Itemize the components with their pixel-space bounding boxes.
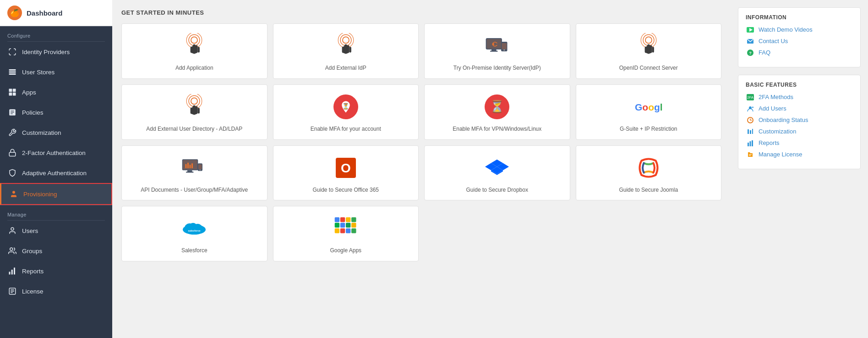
svg-rect-11 [9,152,16,156]
license-icon [7,286,17,296]
sidebar-item-user-stores[interactable]: User Stores [0,62,112,82]
sidebar-item-policies[interactable]: Policies [0,102,112,122]
card-label-api-documents: API Documents - User/Group/MFA/Adaptive [141,186,248,194]
card-label-guide-dropbox: Guide to Secure Dropbox [466,186,528,194]
svg-rect-111 [752,140,753,146]
svg-rect-55 [196,106,198,114]
svg-rect-57 [198,108,200,114]
add-users-icon [746,105,755,112]
link-onboarding-status[interactable]: Onboarding Status [746,116,853,123]
2fa-icon [7,148,17,158]
link-customization[interactable]: Customization [746,128,853,135]
svg-rect-27 [191,46,193,53]
sidebar-item-users[interactable]: Users [0,221,112,241]
link-manage-license[interactable]: Manage License [746,151,853,158]
card-add-external-idp[interactable]: Add External IdP [273,23,419,79]
card-icon-enable-mfa-account: ⏳ [332,93,360,121]
svg-rect-86 [351,217,356,222]
link-watch-demo[interactable]: Watch Demo Videos [746,26,853,33]
sidebar-header[interactable]: 🍊 Dashboard [0,0,112,26]
faq-label: FAQ [759,49,770,56]
card-label-guide-office365: Guide to Secure Office 365 [312,186,379,194]
card-icon-add-ext-user-dir [180,93,208,121]
card-salesforce[interactable]: salesforce Salesforce [121,206,267,261]
svg-rect-49 [644,46,647,53]
sidebar-item-reports[interactable]: Reports [0,261,112,281]
sidebar-item-provisioning[interactable]: Provisioning [0,183,112,205]
svg-point-44 [645,37,652,43]
cards-row-2: Add External User Directory - AD/LDAP ⏳ … [121,84,721,140]
card-openid-connect[interactable]: OpenID Connect Server [576,23,722,79]
card-label-add-ext-user-dir: Add External User Directory - AD/LDAP [146,125,242,133]
apps-icon [7,87,17,97]
sidebar-item-customization[interactable]: Customization [0,122,112,143]
card-enable-mfa-vpn[interactable]: ⏳ Enable MFA for VPN/Windows/Linux [424,84,570,140]
svg-point-42 [504,50,505,51]
svg-rect-4 [13,89,16,92]
svg-rect-92 [340,228,345,233]
card-label-try-onpremise: Try On-Premise Identity Server(IdP) [453,64,541,72]
card-gsuite-ip[interactable]: Google G-Suite + IP Restriction [576,84,722,140]
card-guide-joomla[interactable]: Guide to Secure Joomla [576,145,722,201]
svg-text:O: O [341,161,351,175]
card-add-application[interactable]: Add Application [121,23,267,79]
svg-rect-3 [9,89,12,92]
svg-rect-56 [191,107,193,114]
sidebar-item-license[interactable]: License [0,281,112,301]
card-add-ext-user-dir[interactable]: Add External User Directory - AD/LDAP [121,84,267,140]
watch-demo-label: Watch Demo Videos [759,26,813,33]
svg-rect-34 [342,46,344,53]
svg-rect-108 [752,129,753,134]
link-add-users[interactable]: Add Users [746,105,853,112]
svg-rect-67 [186,164,187,168]
manage-license-icon [746,151,755,158]
sidebar-item-adaptive-auth[interactable]: Adaptive Authentication [0,163,112,183]
link-reports[interactable]: Reports [746,139,853,146]
sidebar-label-users: Users [22,227,38,234]
sidebar-label-adaptive-auth: Adaptive Authentication [22,170,87,177]
card-label-add-external-idp: Add External IdP [325,64,366,72]
card-icon-openid-connect [635,32,662,60]
svg-rect-35 [349,47,351,53]
cards-row-1: Add Application [121,23,721,79]
card-api-documents[interactable]: API Documents - User/Group/MFA/Adaptive [121,145,267,201]
svg-text:⏳: ⏳ [342,102,349,110]
svg-rect-94 [351,228,356,233]
reports-link-icon [746,140,755,146]
sidebar-item-apps[interactable]: Apps [0,82,112,102]
sidebar-item-groups[interactable]: Groups [0,241,112,261]
sidebar-item-2fa[interactable]: 2-Factor Authentication [0,143,112,163]
adaptive-auth-icon [7,168,17,178]
card-enable-mfa-account[interactable]: ⏳ Enable MFA for your account [273,84,419,140]
svg-rect-87 [334,223,339,227]
link-contact-us[interactable]: Contact Us [746,38,853,44]
link-faq[interactable]: ? FAQ [746,49,853,56]
svg-rect-39 [490,51,498,52]
svg-point-13 [11,227,14,230]
2fa-methods-label: 2FA Methods [759,94,793,100]
faq-icon: ? [746,50,755,56]
card-icon-google-apps [332,215,360,242]
card-google-apps[interactable]: Google Apps [273,206,419,261]
svg-point-30 [340,35,351,46]
card-guide-office365[interactable]: O Guide to Secure Office 365 [273,145,419,201]
card-try-onpremise[interactable]: Try On-Premise Identity Server(IdP) [424,23,570,79]
watch-demo-icon [746,27,755,33]
card-icon-guide-office365: O [332,154,360,182]
link-2fa-methods[interactable]: 2FA 2FA Methods [746,94,853,100]
card-guide-dropbox[interactable]: Guide to Secure Dropbox [424,145,570,201]
card-icon-salesforce: salesforce [180,215,208,242]
2fa-methods-icon: 2FA [746,94,755,100]
card-label-add-application: Add Application [175,64,213,72]
cards-row-3: API Documents - User/Group/MFA/Adaptive … [121,145,721,201]
onboarding-status-label: Onboarding Status [759,116,808,123]
card-icon-guide-joomla [635,154,662,182]
sidebar-label-2fa: 2-Factor Authentication [22,150,86,156]
cards-row-4: salesforce Salesforce [121,206,721,261]
onboarding-status-icon [746,117,755,123]
dashboard-icon: 🍊 [7,6,22,20]
sidebar-item-identity-providers[interactable]: Identity Providers [0,42,112,62]
content-area: GET STARTED IN MINUTES [112,0,868,338]
svg-rect-93 [346,228,350,233]
svg-rect-84 [340,217,345,222]
